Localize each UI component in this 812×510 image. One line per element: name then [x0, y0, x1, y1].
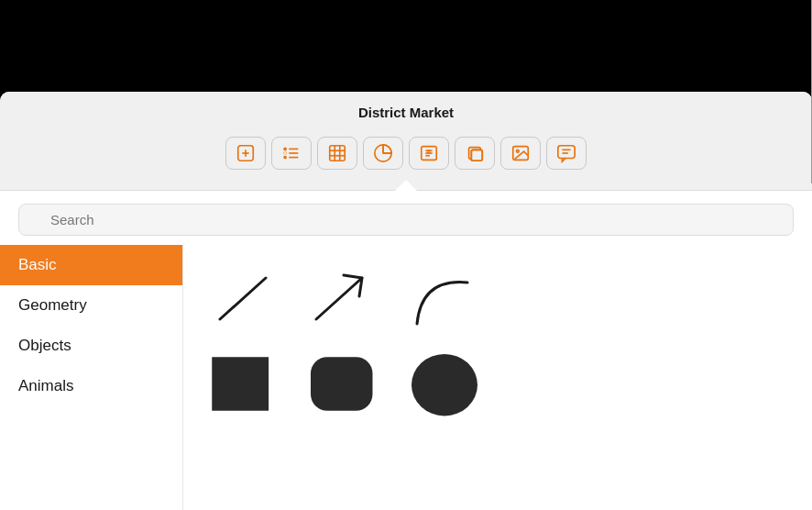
svg-point-28 — [516, 150, 519, 152]
top-black-area — [0, 0, 812, 92]
svg-rect-25 — [471, 150, 482, 161]
image-icon — [510, 143, 531, 163]
shapes-area — [183, 245, 812, 510]
rect-square-shape[interactable] — [202, 346, 284, 419]
shapes-row-solids — [202, 346, 794, 419]
sidebar: Basic Geometry Objects Animals — [0, 245, 183, 510]
sidebar-item-basic[interactable]: Basic — [0, 245, 182, 285]
svg-point-8 — [283, 156, 287, 160]
table-button[interactable] — [317, 137, 357, 170]
pie-chart-icon — [373, 143, 393, 163]
panel-content: Basic Geometry Objects Animals — [0, 245, 812, 510]
toolbar-caret — [0, 179, 812, 190]
circle-shape[interactable] — [403, 346, 486, 419]
sidebar-item-geometry[interactable]: Geometry — [0, 285, 182, 326]
window: District Market — [0, 92, 812, 510]
svg-rect-34 — [212, 357, 269, 411]
svg-rect-11 — [330, 146, 346, 161]
search-input[interactable] — [18, 204, 794, 236]
svg-line-32 — [220, 278, 266, 319]
add-button[interactable] — [225, 137, 266, 170]
comment-button[interactable] — [546, 137, 587, 170]
window-title: District Market — [358, 105, 454, 120]
comment-icon — [556, 143, 576, 163]
line-diagonal-shape[interactable] — [202, 260, 284, 333]
layers-icon — [465, 143, 485, 163]
svg-text:A: A — [426, 148, 432, 156]
table-icon — [327, 143, 347, 163]
toolbar: A — [0, 129, 812, 179]
shapes-button[interactable] — [455, 137, 495, 170]
list-add-button[interactable] — [271, 137, 312, 170]
svg-point-36 — [411, 354, 477, 416]
list-plus-icon — [281, 143, 302, 163]
shapes-row-lines — [202, 260, 794, 333]
svg-point-7 — [283, 148, 287, 151]
sidebar-item-objects[interactable]: Objects — [0, 326, 182, 366]
plus-square-icon — [236, 143, 256, 163]
image-button[interactable] — [500, 137, 541, 170]
text-box-icon: A — [419, 143, 439, 163]
svg-line-33 — [316, 278, 362, 319]
panel: ⌕ Basic Geometry Objects Animals — [0, 190, 812, 510]
svg-rect-29 — [558, 146, 575, 159]
chart-button[interactable] — [363, 137, 403, 170]
search-wrap: ⌕ — [18, 204, 794, 236]
rect-rounded-shape[interactable] — [302, 346, 385, 419]
svg-rect-35 — [311, 357, 373, 411]
search-bar: ⌕ — [0, 191, 812, 245]
text-button[interactable]: A — [409, 137, 449, 170]
line-arrow-shape[interactable] — [302, 260, 385, 333]
line-curve-shape[interactable] — [403, 260, 486, 333]
title-bar: District Market — [0, 92, 812, 129]
sidebar-item-animals[interactable]: Animals — [0, 366, 182, 406]
